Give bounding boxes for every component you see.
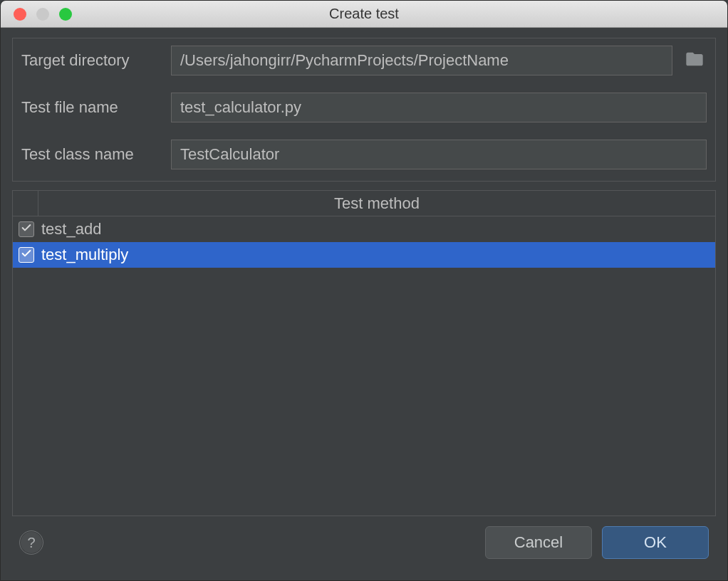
target-directory-input[interactable]: /Users/jahongirr/PycharmProjects/Project… (171, 46, 672, 75)
help-button[interactable]: ? (19, 530, 43, 555)
close-window-button[interactable] (14, 8, 26, 21)
checkmark-icon (21, 248, 32, 262)
test-class-name-label: Test class name (21, 145, 161, 164)
test-class-name-row: Test class name TestCalculator (21, 140, 707, 169)
test-class-name-input[interactable]: TestCalculator (171, 140, 707, 169)
table-row[interactable]: test_add (13, 216, 715, 242)
titlebar: Create test (1, 1, 727, 28)
dialog-footer: ? Cancel OK (12, 516, 716, 569)
checkbox-column-header[interactable] (13, 191, 38, 216)
table-row[interactable]: test_multiply (13, 242, 715, 268)
test-file-name-input[interactable]: test_calculator.py (171, 93, 707, 122)
method-name: test_multiply (41, 246, 128, 264)
form-section: Target directory /Users/jahongirr/Pychar… (12, 38, 716, 182)
row-checkbox[interactable] (19, 221, 34, 237)
dialog-content: Target directory /Users/jahongirr/Pychar… (1, 28, 727, 580)
test-methods-table: Test method test_add (12, 190, 716, 516)
window-controls (1, 8, 72, 21)
test-file-name-label: Test file name (21, 98, 161, 117)
test-file-name-row: Test file name test_calculator.py (21, 93, 707, 122)
minimize-window-button[interactable] (36, 8, 49, 21)
cancel-button[interactable]: Cancel (485, 526, 592, 559)
target-directory-row: Target directory /Users/jahongirr/Pychar… (21, 46, 707, 75)
target-directory-label: Target directory (21, 51, 161, 70)
table-body: test_add test_multiply (13, 216, 715, 515)
zoom-window-button[interactable] (59, 8, 72, 21)
window-title: Create test (1, 6, 727, 22)
table-header: Test method (13, 191, 715, 216)
ok-button[interactable]: OK (602, 526, 709, 559)
row-checkbox[interactable] (19, 247, 34, 263)
browse-folder-button[interactable] (682, 49, 707, 72)
checkmark-icon (21, 222, 32, 236)
create-test-dialog: Create test Target directory /Users/jaho… (0, 0, 728, 581)
method-column-header[interactable]: Test method (38, 191, 715, 216)
method-name: test_add (41, 220, 101, 239)
folder-icon (685, 49, 704, 72)
